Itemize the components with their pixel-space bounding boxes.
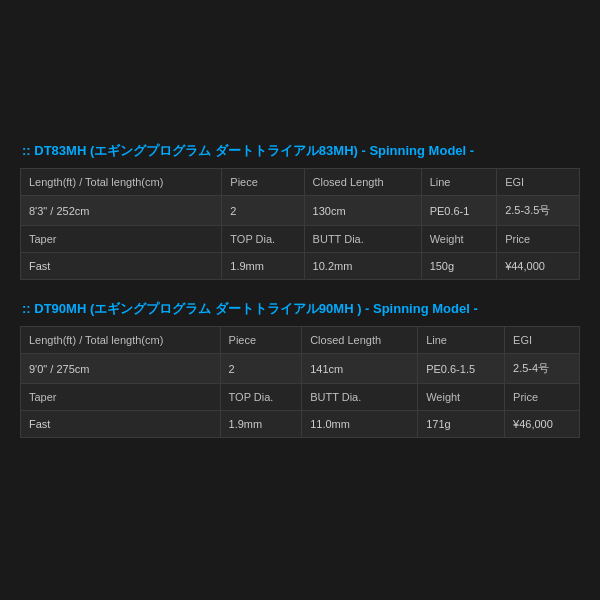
cell-taper: Fast [21, 253, 222, 280]
cell2-butt-dia: 11.0mm [302, 411, 418, 438]
cell2-egi: 2.5-4号 [505, 354, 580, 384]
col2-header-egi: EGI [505, 327, 580, 354]
main-container: DT83MH (エギングプログラム ダートトライアル83MH) - Spinni… [20, 132, 580, 468]
cell2-taper: Fast [21, 411, 221, 438]
col2-header-length: Length(ft) / Total length(cm) [21, 327, 221, 354]
table-dt83mh: Length(ft) / Total length(cm) Piece Clos… [20, 168, 580, 280]
sub2-col-taper: Taper [21, 384, 221, 411]
cell-weight: 150g [421, 253, 497, 280]
cell-length: 8'3" / 252cm [21, 196, 222, 226]
sub-col-taper: Taper [21, 226, 222, 253]
table-row-2: 9'0" / 275cm 2 141cm PE0.6-1.5 2.5-4号 [21, 354, 580, 384]
cell-piece: 2 [222, 196, 304, 226]
cell2-price: ¥46,000 [505, 411, 580, 438]
col-header-line: Line [421, 169, 497, 196]
sub-col-price: Price [497, 226, 580, 253]
col-header-closed: Closed Length [304, 169, 421, 196]
sub2-data-row: Fast 1.9mm 11.0mm 171g ¥46,000 [21, 411, 580, 438]
sub-col-butt-dia: BUTT Dia. [304, 226, 421, 253]
table-header-row: Length(ft) / Total length(cm) Piece Clos… [21, 169, 580, 196]
sub-header-row: Taper TOP Dia. BUTT Dia. Weight Price [21, 226, 580, 253]
section-title-dt83mh: DT83MH (エギングプログラム ダートトライアル83MH) - Spinni… [20, 142, 580, 160]
section-dt83mh: DT83MH (エギングプログラム ダートトライアル83MH) - Spinni… [20, 142, 580, 280]
col-header-length: Length(ft) / Total length(cm) [21, 169, 222, 196]
sub-data-row: Fast 1.9mm 10.2mm 150g ¥44,000 [21, 253, 580, 280]
cell-top-dia: 1.9mm [222, 253, 304, 280]
cell2-weight: 171g [418, 411, 505, 438]
cell2-length: 9'0" / 275cm [21, 354, 221, 384]
table-header-row-2: Length(ft) / Total length(cm) Piece Clos… [21, 327, 580, 354]
cell2-top-dia: 1.9mm [220, 411, 302, 438]
table-dt90mh: Length(ft) / Total length(cm) Piece Clos… [20, 326, 580, 438]
cell2-piece: 2 [220, 354, 302, 384]
col2-header-line: Line [418, 327, 505, 354]
table-row: 8'3" / 252cm 2 130cm PE0.6-1 2.5-3.5号 [21, 196, 580, 226]
col2-header-closed: Closed Length [302, 327, 418, 354]
col2-header-piece: Piece [220, 327, 302, 354]
section-dt90mh: DT90MH (エギングプログラム ダートトライアル90MH ) - Spinn… [20, 300, 580, 438]
cell2-line: PE0.6-1.5 [418, 354, 505, 384]
sub2-col-butt-dia: BUTT Dia. [302, 384, 418, 411]
cell-line: PE0.6-1 [421, 196, 497, 226]
cell-closed: 130cm [304, 196, 421, 226]
sub2-col-weight: Weight [418, 384, 505, 411]
section-title-dt90mh: DT90MH (エギングプログラム ダートトライアル90MH ) - Spinn… [20, 300, 580, 318]
sub2-col-top-dia: TOP Dia. [220, 384, 302, 411]
cell-butt-dia: 10.2mm [304, 253, 421, 280]
cell2-closed: 141cm [302, 354, 418, 384]
cell-egi: 2.5-3.5号 [497, 196, 580, 226]
sub2-header-row: Taper TOP Dia. BUTT Dia. Weight Price [21, 384, 580, 411]
sub2-col-price: Price [505, 384, 580, 411]
col-header-piece: Piece [222, 169, 304, 196]
sub-col-weight: Weight [421, 226, 497, 253]
sub-col-top-dia: TOP Dia. [222, 226, 304, 253]
col-header-egi: EGI [497, 169, 580, 196]
cell-price: ¥44,000 [497, 253, 580, 280]
